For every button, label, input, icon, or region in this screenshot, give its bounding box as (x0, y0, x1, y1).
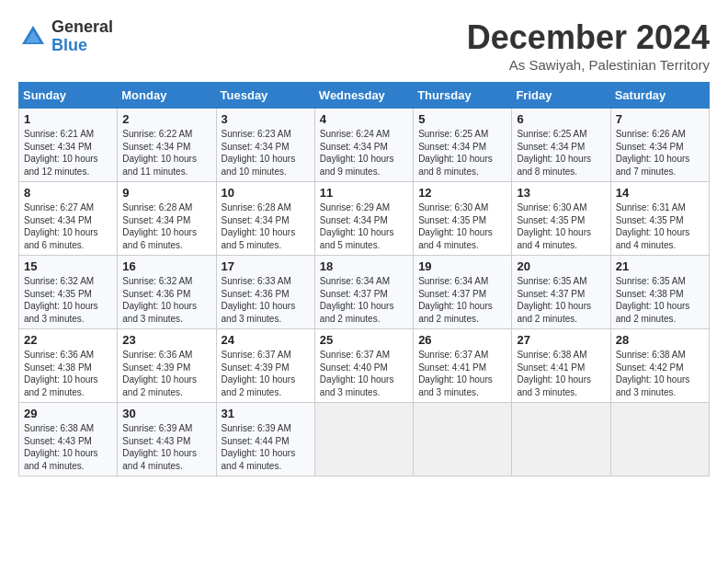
calendar-cell: 3Sunrise: 6:23 AM Sunset: 4:34 PM Daylig… (216, 109, 314, 182)
day-number: 10 (222, 186, 310, 200)
day-info: Sunrise: 6:39 AM Sunset: 4:44 PM Dayligh… (222, 422, 310, 472)
calendar-cell (314, 403, 413, 477)
header-thursday: Thursday (414, 83, 512, 109)
day-info: Sunrise: 6:35 AM Sunset: 4:38 PM Dayligh… (616, 275, 704, 325)
calendar-week-1: 1Sunrise: 6:21 AM Sunset: 4:34 PM Daylig… (19, 109, 710, 182)
day-number: 12 (418, 186, 506, 200)
logo: General Blue (18, 18, 113, 55)
day-number: 23 (122, 333, 210, 347)
day-info: Sunrise: 6:39 AM Sunset: 4:43 PM Dayligh… (122, 422, 210, 472)
day-info: Sunrise: 6:25 AM Sunset: 4:34 PM Dayligh… (418, 128, 506, 178)
day-number: 11 (320, 186, 408, 200)
calendar-cell: 19Sunrise: 6:34 AM Sunset: 4:37 PM Dayli… (414, 256, 512, 329)
day-number: 22 (24, 333, 112, 347)
day-info: Sunrise: 6:22 AM Sunset: 4:34 PM Dayligh… (122, 128, 210, 178)
day-number: 13 (517, 186, 605, 200)
calendar-cell: 1Sunrise: 6:21 AM Sunset: 4:34 PM Daylig… (19, 109, 118, 182)
calendar-cell: 22Sunrise: 6:36 AM Sunset: 4:38 PM Dayli… (19, 329, 118, 403)
day-number: 7 (616, 112, 704, 126)
day-info: Sunrise: 6:21 AM Sunset: 4:34 PM Dayligh… (24, 128, 112, 178)
calendar-cell: 30Sunrise: 6:39 AM Sunset: 4:43 PM Dayli… (118, 403, 216, 477)
logo-line1: General (51, 18, 113, 37)
page-header: General Blue December 2024 As Sawiyah, P… (18, 18, 710, 73)
calendar-cell: 24Sunrise: 6:37 AM Sunset: 4:39 PM Dayli… (216, 329, 314, 403)
day-info: Sunrise: 6:37 AM Sunset: 4:40 PM Dayligh… (320, 349, 408, 398)
day-number: 30 (122, 407, 210, 420)
day-number: 20 (517, 259, 605, 273)
calendar-cell: 27Sunrise: 6:38 AM Sunset: 4:41 PM Dayli… (512, 329, 610, 403)
header-monday: Monday (118, 83, 216, 109)
calendar-cell: 9Sunrise: 6:28 AM Sunset: 4:34 PM Daylig… (118, 182, 216, 256)
calendar-week-2: 8Sunrise: 6:27 AM Sunset: 4:34 PM Daylig… (19, 182, 710, 256)
calendar-week-3: 15Sunrise: 6:32 AM Sunset: 4:35 PM Dayli… (19, 256, 710, 329)
header-saturday: Saturday (610, 83, 709, 109)
day-info: Sunrise: 6:34 AM Sunset: 4:37 PM Dayligh… (418, 275, 506, 325)
day-info: Sunrise: 6:36 AM Sunset: 4:38 PM Dayligh… (24, 349, 112, 398)
calendar-cell: 13Sunrise: 6:30 AM Sunset: 4:35 PM Dayli… (512, 182, 610, 256)
logo-icon (18, 22, 48, 52)
day-info: Sunrise: 6:31 AM Sunset: 4:35 PM Dayligh… (616, 201, 704, 251)
calendar-cell: 18Sunrise: 6:34 AM Sunset: 4:37 PM Dayli… (314, 256, 413, 329)
calendar-cell: 2Sunrise: 6:22 AM Sunset: 4:34 PM Daylig… (118, 109, 216, 182)
day-number: 17 (222, 259, 310, 273)
calendar-week-4: 22Sunrise: 6:36 AM Sunset: 4:38 PM Dayli… (19, 329, 710, 403)
calendar-cell: 17Sunrise: 6:33 AM Sunset: 4:36 PM Dayli… (216, 256, 314, 329)
day-number: 8 (24, 186, 112, 200)
month-title: December 2024 (467, 18, 710, 57)
day-info: Sunrise: 6:37 AM Sunset: 4:41 PM Dayligh… (418, 349, 506, 398)
calendar-cell: 11Sunrise: 6:29 AM Sunset: 4:34 PM Dayli… (314, 182, 413, 256)
calendar-header-row: SundayMondayTuesdayWednesdayThursdayFrid… (19, 83, 710, 109)
header-wednesday: Wednesday (314, 83, 413, 109)
day-number: 31 (222, 407, 310, 420)
day-number: 4 (320, 112, 408, 126)
day-info: Sunrise: 6:27 AM Sunset: 4:34 PM Dayligh… (24, 201, 112, 251)
logo-line2: Blue (51, 37, 113, 55)
day-number: 19 (418, 259, 506, 273)
calendar-cell: 16Sunrise: 6:32 AM Sunset: 4:36 PM Dayli… (118, 256, 216, 329)
day-number: 18 (320, 259, 408, 273)
day-info: Sunrise: 6:38 AM Sunset: 4:43 PM Dayligh… (24, 422, 112, 472)
day-number: 25 (320, 333, 408, 347)
day-info: Sunrise: 6:38 AM Sunset: 4:42 PM Dayligh… (616, 349, 704, 398)
calendar-cell: 25Sunrise: 6:37 AM Sunset: 4:40 PM Dayli… (314, 329, 413, 403)
day-info: Sunrise: 6:30 AM Sunset: 4:35 PM Dayligh… (517, 201, 605, 251)
day-info: Sunrise: 6:28 AM Sunset: 4:34 PM Dayligh… (222, 201, 310, 251)
day-info: Sunrise: 6:33 AM Sunset: 4:36 PM Dayligh… (222, 275, 310, 325)
day-info: Sunrise: 6:28 AM Sunset: 4:34 PM Dayligh… (122, 201, 210, 251)
calendar-cell: 31Sunrise: 6:39 AM Sunset: 4:44 PM Dayli… (216, 403, 314, 477)
header-friday: Friday (512, 83, 610, 109)
day-info: Sunrise: 6:26 AM Sunset: 4:34 PM Dayligh… (616, 128, 704, 178)
calendar-cell: 20Sunrise: 6:35 AM Sunset: 4:37 PM Dayli… (512, 256, 610, 329)
calendar-cell (414, 403, 512, 477)
day-info: Sunrise: 6:35 AM Sunset: 4:37 PM Dayligh… (517, 275, 605, 325)
calendar-cell: 6Sunrise: 6:25 AM Sunset: 4:34 PM Daylig… (512, 109, 610, 182)
calendar-cell: 21Sunrise: 6:35 AM Sunset: 4:38 PM Dayli… (610, 256, 709, 329)
day-info: Sunrise: 6:32 AM Sunset: 4:36 PM Dayligh… (122, 275, 210, 325)
day-number: 1 (24, 112, 112, 126)
calendar-cell: 29Sunrise: 6:38 AM Sunset: 4:43 PM Dayli… (19, 403, 118, 477)
day-info: Sunrise: 6:23 AM Sunset: 4:34 PM Dayligh… (222, 128, 310, 178)
day-info: Sunrise: 6:25 AM Sunset: 4:34 PM Dayligh… (517, 128, 605, 178)
calendar-cell: 28Sunrise: 6:38 AM Sunset: 4:42 PM Dayli… (610, 329, 709, 403)
calendar-cell (610, 403, 709, 477)
day-number: 16 (122, 259, 210, 273)
calendar-cell: 5Sunrise: 6:25 AM Sunset: 4:34 PM Daylig… (414, 109, 512, 182)
day-number: 5 (418, 112, 506, 126)
day-number: 27 (517, 333, 605, 347)
calendar-cell: 15Sunrise: 6:32 AM Sunset: 4:35 PM Dayli… (19, 256, 118, 329)
calendar-cell: 14Sunrise: 6:31 AM Sunset: 4:35 PM Dayli… (610, 182, 709, 256)
calendar-cell: 7Sunrise: 6:26 AM Sunset: 4:34 PM Daylig… (610, 109, 709, 182)
day-number: 9 (122, 186, 210, 200)
day-number: 28 (616, 333, 704, 347)
calendar-cell (512, 403, 610, 477)
calendar-cell: 12Sunrise: 6:30 AM Sunset: 4:35 PM Dayli… (414, 182, 512, 256)
calendar-cell: 8Sunrise: 6:27 AM Sunset: 4:34 PM Daylig… (19, 182, 118, 256)
day-number: 14 (616, 186, 704, 200)
day-info: Sunrise: 6:24 AM Sunset: 4:34 PM Dayligh… (320, 128, 408, 178)
day-info: Sunrise: 6:36 AM Sunset: 4:39 PM Dayligh… (122, 349, 210, 398)
calendar-cell: 26Sunrise: 6:37 AM Sunset: 4:41 PM Dayli… (414, 329, 512, 403)
calendar-cell: 4Sunrise: 6:24 AM Sunset: 4:34 PM Daylig… (314, 109, 413, 182)
day-number: 24 (222, 333, 310, 347)
calendar-table: SundayMondayTuesdayWednesdayThursdayFrid… (18, 82, 710, 477)
header-sunday: Sunday (19, 83, 118, 109)
